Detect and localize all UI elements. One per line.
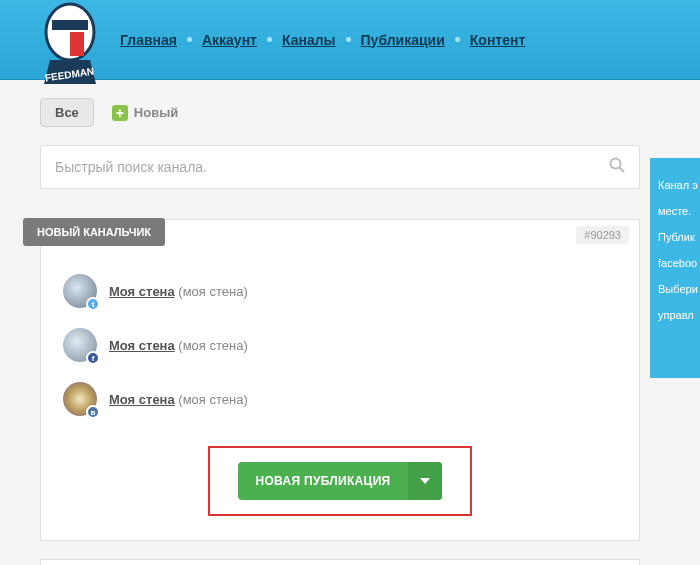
channel-suffix: (моя стена) [178,284,247,299]
side-text: Выбери [658,282,692,298]
twitter-icon: t [86,297,100,311]
new-channel-label: Новый [134,105,178,120]
channel-suffix: (моя стена) [178,392,247,407]
avatar: f [63,328,97,362]
publish-button-area: НОВАЯ ПУБЛИКАЦИЯ [59,446,621,516]
main-nav: Главная Аккаунт Каналы Публикации Контен… [120,32,525,48]
side-text: Публик [658,230,692,246]
side-text: управл [658,308,692,324]
avatar: в [63,382,97,416]
side-text: месте. [658,204,692,220]
filter-row: Все + Новый [40,98,660,127]
new-channel-button[interactable]: + Новый [112,105,178,121]
main-content: Все + Новый НОВЫЙ КАНАЛЬЧИК #90293 t Моя… [0,80,700,565]
avatar: t [63,274,97,308]
dropdown-toggle[interactable] [408,462,442,500]
vk-icon: в [86,405,100,419]
facebook-icon: f [86,351,100,365]
side-text: Канал э [658,178,692,194]
svg-line-6 [620,167,625,172]
nav-separator [187,37,192,42]
empty-card [40,559,640,565]
chevron-down-icon [420,478,430,484]
nav-separator [267,37,272,42]
nav-channels[interactable]: Каналы [282,32,336,48]
card-id-badge: #90293 [576,226,629,244]
side-text: faceboo [658,256,692,272]
new-publication-label: НОВАЯ ПУБЛИКАЦИЯ [238,462,409,500]
channel-label: Моя стена (моя стена) [109,284,248,299]
search-icon[interactable] [609,157,625,178]
channel-item[interactable]: f Моя стена (моя стена) [59,318,621,372]
svg-rect-1 [52,20,88,30]
channel-link[interactable]: Моя стена [109,338,175,353]
nav-publications[interactable]: Публикации [361,32,445,48]
search-box[interactable] [40,145,640,189]
app-logo[interactable]: FEEDMAN [30,2,110,94]
plus-icon: + [112,105,128,121]
nav-content[interactable]: Контент [470,32,526,48]
channel-item[interactable]: в Моя стена (моя стена) [59,372,621,426]
channel-item[interactable]: t Моя стена (моя стена) [59,264,621,318]
highlight-box: НОВАЯ ПУБЛИКАЦИЯ [208,446,473,516]
channel-label: Моя стена (моя стена) [109,392,248,407]
channel-label: Моя стена (моя стена) [109,338,248,353]
nav-separator [455,37,460,42]
filter-all-button[interactable]: Все [40,98,94,127]
channel-list: t Моя стена (моя стена) f Моя стена (моя… [59,264,621,426]
channel-suffix: (моя стена) [178,338,247,353]
nav-account[interactable]: Аккаунт [202,32,257,48]
nav-home[interactable]: Главная [120,32,177,48]
new-publication-button[interactable]: НОВАЯ ПУБЛИКАЦИЯ [238,462,443,500]
nav-separator [346,37,351,42]
channel-link[interactable]: Моя стена [109,284,175,299]
info-side-panel: Канал э месте. Публик faceboo Выбери упр… [650,158,700,378]
channel-card: НОВЫЙ КАНАЛЬЧИК #90293 t Моя стена (моя … [40,219,640,541]
search-input[interactable] [55,159,609,175]
svg-point-5 [611,158,621,168]
svg-rect-2 [70,32,84,56]
card-title: НОВЫЙ КАНАЛЬЧИК [23,218,165,246]
channel-link[interactable]: Моя стена [109,392,175,407]
